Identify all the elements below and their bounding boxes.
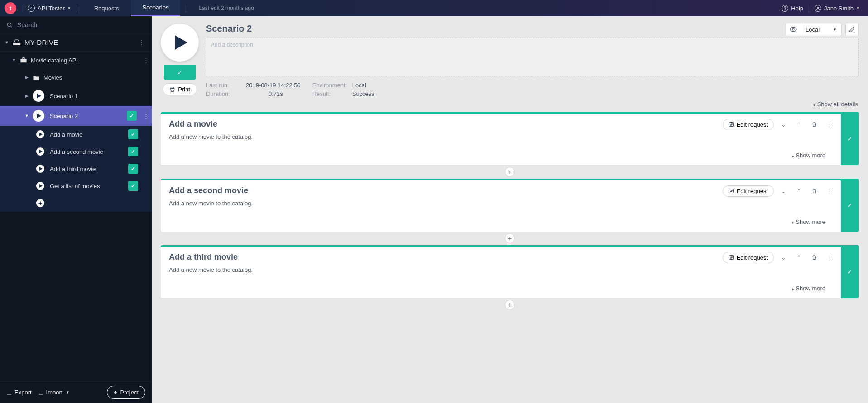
add-step-between[interactable]: + xyxy=(505,233,515,243)
folder-icon xyxy=(33,75,40,81)
sidebar-item-step[interactable]: Add a third movie ✓ xyxy=(0,160,152,177)
play-icon xyxy=(33,110,44,122)
app-name-label: API Tester xyxy=(38,5,65,12)
print-button[interactable]: Print xyxy=(163,83,197,95)
add-step-button[interactable]: + xyxy=(0,194,152,212)
step-description: Add a new movie to the catalog. xyxy=(169,266,851,273)
trash-icon xyxy=(811,254,817,261)
play-icon xyxy=(36,130,44,138)
drive-icon xyxy=(13,39,21,46)
step-card: ✓ Edit request ⌄ ⌃ ⋮ xyxy=(161,245,859,298)
help-button[interactable]: ? Help xyxy=(782,5,803,12)
app-logo[interactable]: t xyxy=(5,2,16,14)
main-content: Local ▼ ✓ Print Sce xyxy=(152,16,868,403)
sidebar-item-folder[interactable]: ▶ Movies xyxy=(0,69,152,86)
pencil-icon xyxy=(849,26,855,33)
chevron-down-icon: ▼ xyxy=(5,40,9,45)
move-down-button[interactable]: ⌄ xyxy=(777,119,789,130)
show-all-details[interactable]: Show all details xyxy=(162,101,858,108)
chevron-right-icon: ▶ xyxy=(24,94,29,98)
add-step-between[interactable]: + xyxy=(505,167,515,177)
search-input[interactable] xyxy=(17,21,145,28)
description-input[interactable]: Add a description xyxy=(206,38,859,76)
sidebar-item-project[interactable]: ▼ Movie catalog API ⋮ xyxy=(0,52,152,69)
chevron-down-icon: ▼ xyxy=(856,6,860,10)
play-icon xyxy=(36,182,44,190)
kebab-icon[interactable]: ⋮ xyxy=(824,119,835,130)
scenario-status-success: ✓ xyxy=(164,65,196,80)
user-icon xyxy=(815,5,821,12)
sidebar: ▼ MY DRIVE ⋮ ▼ Movie catalog API ⋮ ▶ Mov… xyxy=(0,16,152,403)
help-icon: ? xyxy=(782,5,788,12)
svg-rect-5 xyxy=(20,59,26,62)
step-description: Add a new movie to the catalog. xyxy=(169,133,851,140)
kebab-icon[interactable]: ⋮ xyxy=(140,55,152,66)
chevron-down-icon: ▼ xyxy=(833,28,837,32)
sidebar-item-scenario[interactable]: ▶ Scenario 1 xyxy=(0,86,152,106)
run-scenario-button[interactable] xyxy=(161,24,199,62)
step-card: ✓ Edit request ⌄ ⌃ ⋮ xyxy=(161,112,859,165)
status-success-badge: ✓ xyxy=(128,129,138,139)
drive-header[interactable]: ▼ MY DRIVE ⋮ xyxy=(0,33,152,52)
edit-scenario-button[interactable] xyxy=(845,23,859,36)
move-up-button[interactable]: ⌃ xyxy=(793,185,805,197)
move-down-button[interactable]: ⌄ xyxy=(777,251,789,263)
move-down-button[interactable]: ⌄ xyxy=(777,185,789,197)
kebab-icon[interactable]: ⋮ xyxy=(824,185,835,197)
import-button[interactable]: Import ▼ xyxy=(38,389,70,396)
show-more[interactable]: Show more xyxy=(169,285,851,294)
show-more[interactable]: Show more xyxy=(169,152,851,161)
play-icon xyxy=(33,90,44,102)
kebab-icon[interactable]: ⋮ xyxy=(824,251,835,263)
kebab-icon[interactable]: ⋮ xyxy=(136,37,147,47)
sidebar-footer: Export Import ▼ + Project xyxy=(0,381,152,403)
print-icon xyxy=(169,86,175,92)
svg-point-0 xyxy=(817,7,819,8)
edit-request-button[interactable]: Edit request xyxy=(723,252,774,263)
step-card: ✓ Edit request ⌄ ⌃ ⋮ xyxy=(161,179,859,232)
sidebar-item-step[interactable]: Get a list of movies ✓ xyxy=(0,177,152,194)
move-up-button[interactable]: ⌃ xyxy=(793,251,805,263)
user-menu[interactable]: Jane Smith ▼ xyxy=(815,5,860,12)
svg-point-7 xyxy=(792,28,794,30)
app-switcher[interactable]: ✓ API Tester ▼ xyxy=(28,5,71,12)
delete-button[interactable] xyxy=(808,119,820,130)
tab-requests[interactable]: Requests xyxy=(82,0,131,16)
sidebar-item-scenario-active[interactable]: ▼ Scenario 2 ✓ ⋮ xyxy=(0,106,152,126)
environment-selector[interactable]: Local ▼ xyxy=(786,23,842,36)
step-description: Add a new movie to the catalog. xyxy=(169,200,851,207)
status-success-badge: ✓ xyxy=(127,111,137,121)
scenario-title[interactable]: Scenario 2 xyxy=(206,24,859,34)
status-success-badge: ✓ xyxy=(128,181,138,191)
export-button[interactable]: Export xyxy=(6,389,32,396)
drive-label: MY DRIVE xyxy=(24,38,58,46)
delete-button[interactable] xyxy=(808,185,820,197)
add-step-between[interactable]: + xyxy=(505,300,515,310)
delete-button[interactable] xyxy=(808,251,820,263)
upload-icon xyxy=(38,389,44,395)
chevron-down-icon: ▼ xyxy=(67,6,71,10)
svg-point-4 xyxy=(19,43,19,44)
tab-scenarios[interactable]: Scenarios xyxy=(131,0,181,16)
top-bar: t ✓ API Tester ▼ Requests Scenarios Last… xyxy=(0,0,868,16)
kebab-icon[interactable]: ⋮ xyxy=(140,111,152,121)
eye-icon[interactable] xyxy=(786,23,801,36)
svg-line-2 xyxy=(10,26,12,27)
scenario-children: Add a movie ✓ Add a second movie ✓ Add a… xyxy=(0,126,152,212)
trash-icon xyxy=(811,188,817,194)
chevron-down-icon: ▼ xyxy=(24,114,29,118)
pencil-square-icon xyxy=(729,255,734,260)
check-circle-icon: ✓ xyxy=(28,5,35,12)
status-success-badge: ✓ xyxy=(128,147,138,156)
show-more[interactable]: Show more xyxy=(169,218,851,227)
pencil-square-icon xyxy=(729,188,734,194)
edit-request-button[interactable]: Edit request xyxy=(723,119,774,130)
edit-request-button[interactable]: Edit request xyxy=(723,185,774,197)
search-box[interactable] xyxy=(0,16,152,33)
new-project-button[interactable]: + Project xyxy=(107,386,145,399)
play-icon xyxy=(36,147,44,156)
pencil-square-icon xyxy=(729,122,734,127)
sidebar-item-step[interactable]: Add a movie ✓ xyxy=(0,126,152,143)
briefcase-icon xyxy=(20,57,27,63)
sidebar-item-step[interactable]: Add a second movie ✓ xyxy=(0,143,152,160)
